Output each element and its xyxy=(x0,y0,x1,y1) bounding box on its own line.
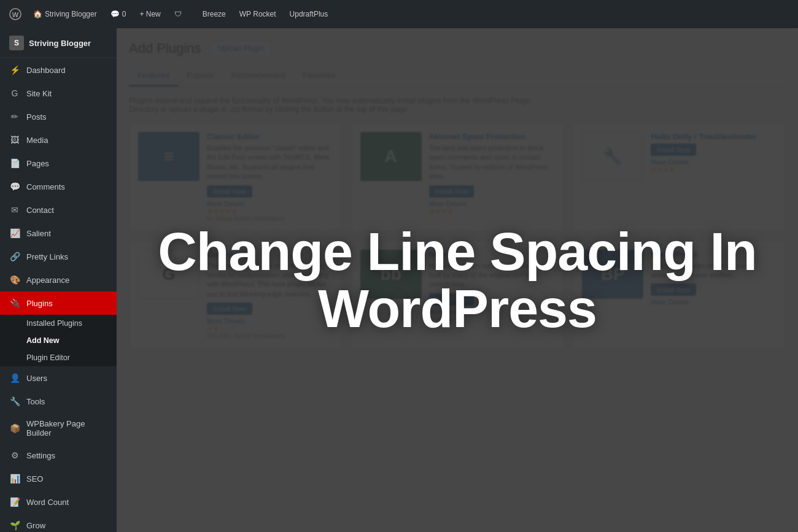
adminbar-new-label: + New xyxy=(139,10,160,18)
sidebar-label-media: Media xyxy=(26,136,48,145)
adminbar-updraftplus[interactable]: UpdraftPlus xyxy=(284,7,335,21)
adminbar-wprocket[interactable]: WP Rocket xyxy=(233,7,282,21)
pages-icon: 📄 xyxy=(9,158,20,169)
sidebar-site-label: Striving Blogger xyxy=(29,39,91,48)
sidebar-item-appearance[interactable]: 🎨 Appearance xyxy=(0,268,117,291)
overlay: Change Line Spacing In WordPress xyxy=(117,28,798,532)
sidebar-label-grow: Grow xyxy=(26,521,45,530)
sidebar-item-plugins[interactable]: 🔌 Plugins xyxy=(0,291,117,315)
plugins-submenu: Installed Plugins Add New Plugin Editor xyxy=(0,315,117,366)
seo-icon: 📊 xyxy=(9,473,20,484)
adminbar-home[interactable]: 🏠 Striving Blogger xyxy=(28,7,102,21)
users-icon: 👤 xyxy=(9,372,20,384)
sidebar-label-seo: SEO xyxy=(26,474,43,484)
sidebar-label-contact: Contact xyxy=(26,206,54,215)
sidebar-label-settings: Settings xyxy=(26,451,55,460)
grow-icon: 🌱 xyxy=(9,520,20,531)
sidebar-item-tools[interactable]: 🔧 Tools xyxy=(0,390,117,413)
sidebar-label-wpbakery: WPBakery Page Builder xyxy=(26,419,107,438)
home-icon: 🏠 xyxy=(33,10,42,18)
sidebar-label-comments: Comments xyxy=(26,182,65,191)
sitekit-icon: G xyxy=(9,88,20,99)
adminbar-plugins: Breeze WP Rocket UpdraftPlus xyxy=(196,7,335,21)
sidebar-label-wordcount: Word Count xyxy=(26,498,69,507)
sidebar-item-users[interactable]: 👤 Users xyxy=(0,366,117,390)
wp-logo-icon[interactable]: W xyxy=(6,5,25,23)
salient-icon: 📈 xyxy=(9,228,20,239)
sidebar-item-settings[interactable]: ⚙ Settings xyxy=(0,444,117,467)
sidebar-label-plugins: Plugins xyxy=(26,299,53,308)
submenu-installed-plugins[interactable]: Installed Plugins xyxy=(0,315,117,332)
comments-menu-icon: 💬 xyxy=(9,181,20,192)
comments-icon: 💬 xyxy=(110,10,120,18)
main-content: Add Plugins Upload Plugin Featured Popul… xyxy=(117,28,798,532)
site-icon: S xyxy=(9,36,24,50)
sidebar-item-comments[interactable]: 💬 Comments xyxy=(0,175,117,198)
sidebar-item-sitekit[interactable]: G Site Kit xyxy=(0,82,117,105)
sidebar-item-grow[interactable]: 🌱 Grow xyxy=(0,514,117,532)
sidebar-item-wordcount[interactable]: 📝 Word Count xyxy=(0,490,117,514)
sidebar-label-pages: Pages xyxy=(26,159,49,168)
wpbakery-icon: 📦 xyxy=(9,423,20,434)
sidebar-label-sitekit: Site Kit xyxy=(26,89,52,98)
sidebar-item-dashboard[interactable]: ⚡ Dashboard xyxy=(0,58,117,82)
media-icon: 🖼 xyxy=(9,134,20,145)
submenu-plugin-editor[interactable]: Plugin Editor xyxy=(0,349,117,366)
adminbar-breeze[interactable]: Breeze xyxy=(196,7,232,21)
sidebar-label-appearance: Appearance xyxy=(26,276,69,285)
adminbar-comments-count: 0 xyxy=(122,10,126,18)
admin-bar: W 🏠 Striving Blogger 💬 0 + New 🛡 Breeze … xyxy=(0,0,798,28)
adminbar-site-name: Striving Blogger xyxy=(45,10,97,18)
tools-icon: 🔧 xyxy=(9,396,20,407)
sidebar-site-name[interactable]: S Striving Blogger xyxy=(0,28,117,58)
sidebar-item-contact[interactable]: ✉ Contact xyxy=(0,198,117,222)
plugins-icon: 🔌 xyxy=(9,298,20,309)
overlay-heading: Change Line Spacing In WordPress xyxy=(150,223,764,337)
sidebar: S Striving Blogger ⚡ Dashboard G Site Ki… xyxy=(0,28,117,532)
sidebar-label-prettylinks: Pretty Links xyxy=(26,252,68,261)
posts-icon: ✏ xyxy=(9,111,20,122)
sidebar-item-salient[interactable]: 📈 Salient xyxy=(0,222,117,245)
sidebar-item-pages[interactable]: 📄 Pages xyxy=(0,152,117,175)
svg-text:W: W xyxy=(12,11,19,18)
shield-icon: 🛡 xyxy=(174,10,182,18)
sidebar-item-wpbakery[interactable]: 📦 WPBakery Page Builder xyxy=(0,413,117,444)
sidebar-label-dashboard: Dashboard xyxy=(26,66,66,75)
dashboard-icon: ⚡ xyxy=(9,64,20,75)
sidebar-item-posts[interactable]: ✏ Posts xyxy=(0,105,117,128)
sidebar-item-media[interactable]: 🖼 Media xyxy=(0,128,117,152)
sidebar-label-salient: Salient xyxy=(26,229,51,238)
appearance-icon: 🎨 xyxy=(9,274,20,285)
contact-icon: ✉ xyxy=(9,204,20,215)
adminbar-comments[interactable]: 💬 0 xyxy=(106,7,131,21)
sidebar-label-posts: Posts xyxy=(26,112,47,121)
settings-icon: ⚙ xyxy=(9,450,20,461)
sidebar-item-prettylinks[interactable]: 🔗 Pretty Links xyxy=(0,245,117,268)
sidebar-label-tools: Tools xyxy=(26,397,45,406)
wordcount-icon: 📝 xyxy=(9,496,20,507)
sidebar-label-users: Users xyxy=(26,374,47,383)
submenu-add-new[interactable]: Add New xyxy=(0,332,117,349)
prettylinks-icon: 🔗 xyxy=(9,251,20,262)
sidebar-item-seo[interactable]: 📊 SEO xyxy=(0,467,117,490)
adminbar-shield[interactable]: 🛡 xyxy=(169,7,187,21)
adminbar-new[interactable]: + New xyxy=(134,7,165,21)
